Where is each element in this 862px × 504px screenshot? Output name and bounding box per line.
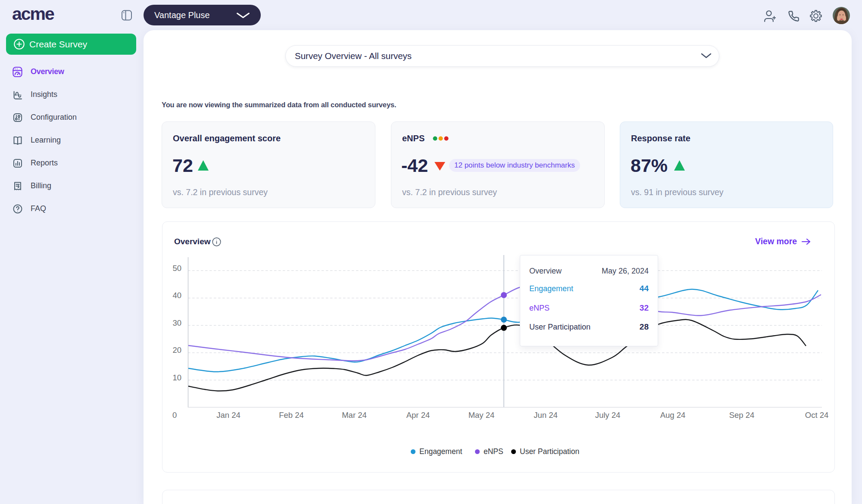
svg-text:0: 0 — [172, 411, 177, 420]
svg-text:Jun 24: Jun 24 — [534, 411, 558, 420]
svg-text:30: 30 — [172, 318, 181, 327]
svg-text:Mar 24: Mar 24 — [342, 411, 367, 420]
svg-text:10: 10 — [172, 373, 181, 382]
svg-text:July 24: July 24 — [595, 411, 621, 420]
svg-text:20: 20 — [172, 345, 181, 355]
svg-text:Oct 24: Oct 24 — [805, 411, 829, 420]
svg-text:40: 40 — [172, 291, 181, 300]
svg-text:May 24: May 24 — [468, 411, 495, 420]
svg-text:Apr 24: Apr 24 — [406, 411, 430, 420]
svg-text:Sep 24: Sep 24 — [729, 411, 755, 420]
svg-text:Feb 24: Feb 24 — [279, 411, 304, 420]
svg-text:Aug 24: Aug 24 — [660, 411, 686, 420]
svg-text:50: 50 — [172, 264, 181, 273]
svg-text:Jan 24: Jan 24 — [216, 411, 240, 420]
